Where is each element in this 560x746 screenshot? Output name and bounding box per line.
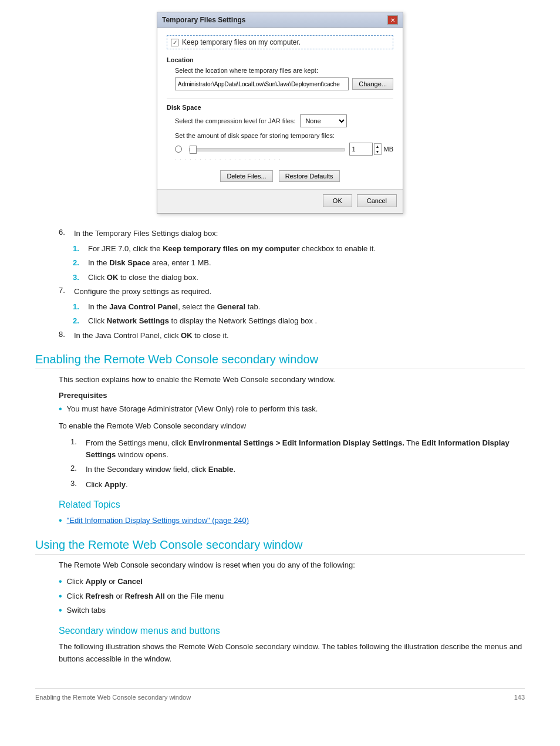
location-label: Location <box>167 56 393 63</box>
bullet-icon: • <box>59 403 62 415</box>
step8-text: In the Java Control Panel, click OK to c… <box>74 330 229 342</box>
step6-container: 6. In the Temporary Files Settings dialo… <box>59 228 525 283</box>
dialog-titlebar: Temporary Files Settings ✕ <box>157 12 403 28</box>
compression-label: Select the compression level for JAR fil… <box>175 117 295 124</box>
keep-temp-files-checkbox[interactable]: ✓ <box>171 39 178 46</box>
step8-row: 8. In the Java Control Panel, click OK t… <box>59 330 525 342</box>
step6-sub2: 2. In the Disk Space area, enter 1 MB. <box>73 257 525 269</box>
step6-substeps: 1. For JRE 7.0, click the Keep temporary… <box>73 243 525 283</box>
using-bullet-2: • Click Refresh or Refresh All on the Fi… <box>59 590 525 602</box>
spinner-container: 1 ▲ ▼ MB <box>349 143 393 156</box>
prerequisites-list: • You must have Storage Administrator (V… <box>59 403 525 415</box>
step7-container: 7. Configure the proxy settings as requi… <box>59 286 525 327</box>
page-number: 143 <box>514 694 525 701</box>
dialog-content: ✓ Keep temporary files on my computer. L… <box>157 28 403 189</box>
enabling-steps: 1. From the Settings menu, click Environ… <box>70 437 525 490</box>
dialog-title: Temporary Files Settings <box>162 16 245 24</box>
location-content: Select the location where temporary file… <box>167 67 393 90</box>
step6-num: 6. <box>59 228 69 239</box>
footer-left-text: Enabling the Remote Web Console secondar… <box>35 694 514 701</box>
using-bullets-list: • Click Apply or Cancel • Click Refresh … <box>59 576 525 616</box>
middle-buttons-row: Delete Files... Restore Defaults <box>167 170 393 182</box>
step7-sub2: 2. Click Network Settings to display the… <box>73 315 525 327</box>
compression-select[interactable]: None <box>300 114 347 127</box>
prerequisites-label: Prerequisites <box>59 391 525 400</box>
using-intro: The Remote Web Console secondary window … <box>59 559 525 572</box>
step8-num: 8. <box>59 330 69 342</box>
disk-unit-label: MB <box>384 146 394 153</box>
bullet-icon-3: • <box>59 576 62 588</box>
slider-dots: · · · · · · · · · · · · · · · · · · · · … <box>175 157 393 162</box>
change-button[interactable]: Change... <box>352 78 393 90</box>
enabling-heading: Enabling the Remote Web Console secondar… <box>35 353 525 369</box>
enabling-intro2: To enable the Remote Web Console seconda… <box>59 420 525 433</box>
slider-row: 1 ▲ ▼ MB <box>175 143 393 156</box>
dialog-box: Temporary Files Settings ✕ ✓ Keep tempor… <box>157 12 403 214</box>
step6-text: In the Temporary Files Settings dialog b… <box>74 228 218 239</box>
related-topics-list: • "Edit Information Display Settings win… <box>59 515 525 526</box>
spinner-arrows[interactable]: ▲ ▼ <box>374 143 382 155</box>
compression-row: Select the compression level for JAR fil… <box>175 114 393 127</box>
dialog-close-button[interactable]: ✕ <box>387 15 398 25</box>
using-bullet-3-text: Switch tabs <box>67 605 106 616</box>
step6-sub1-text: For JRE 7.0, click the Keep temporary fi… <box>88 243 376 255</box>
disk-space-content: Select the compression level for JAR fil… <box>167 114 393 162</box>
enabling-step3-num: 3. <box>70 479 81 491</box>
delete-files-button[interactable]: Delete Files... <box>220 170 272 182</box>
using-bullet-2-text: Click Refresh or Refresh All on the File… <box>67 590 224 602</box>
bullet-icon-5: • <box>59 605 62 616</box>
step6-sub1: 1. For JRE 7.0, click the Keep temporary… <box>73 243 525 255</box>
enabling-step3-row: 3. Click Apply. <box>70 479 525 491</box>
enabling-step3-text: Click Apply. <box>86 479 128 491</box>
step7-sub1: 1. In the Java Control Panel, select the… <box>73 301 525 313</box>
bullet-icon-4: • <box>59 590 62 602</box>
disk-value-input[interactable]: 1 <box>349 143 373 156</box>
step6-sub2-text: In the Disk Space area, enter 1 MB. <box>88 257 211 269</box>
slider-start-icon <box>175 146 182 153</box>
secondary-intro: The following illustration shows the Rem… <box>59 641 525 666</box>
related-topic-link-1[interactable]: "Edit Information Display Settings windo… <box>67 515 249 526</box>
enabling-step2-row: 2. In the Secondary window field, click … <box>70 464 525 475</box>
enabling-step2-text: In the Secondary window field, click Ena… <box>86 464 235 475</box>
keep-temp-files-label: Keep temporary files on my computer. <box>182 38 301 46</box>
location-path-input[interactable] <box>175 77 349 90</box>
step7-sub2-text: Click Network Settings to display the Ne… <box>88 315 317 327</box>
ok-button[interactable]: OK <box>323 194 352 207</box>
step7-sub1-text: In the Java Control Panel, select the Ge… <box>88 301 260 313</box>
related-topics-heading: Related Topics <box>59 499 525 510</box>
keep-temp-files-row[interactable]: ✓ Keep temporary files on my computer. <box>167 35 393 49</box>
disk-space-section: Disk Space Select the compression level … <box>167 104 393 162</box>
enabling-section: This section explains how to enable the … <box>59 374 525 526</box>
disk-space-slider[interactable] <box>189 148 345 151</box>
enabling-step2-num: 2. <box>70 464 81 475</box>
step6-sub3: 3. Click OK to close the dialog box. <box>73 272 525 283</box>
enabling-step1-row: 1. From the Settings menu, click Environ… <box>70 437 525 460</box>
main-content: 6. In the Temporary Files Settings dialo… <box>23 228 537 701</box>
enabling-intro: This section explains how to enable the … <box>59 374 525 386</box>
restore-defaults-button[interactable]: Restore Defaults <box>279 170 340 182</box>
using-bullet-1: • Click Apply or Cancel <box>59 576 525 588</box>
spinner-down-arrow[interactable]: ▼ <box>375 149 381 154</box>
related-topic-1: • "Edit Information Display Settings win… <box>59 515 525 526</box>
disk-space-desc: Set the amount of disk space for storing… <box>175 132 393 139</box>
step6-sub3-text: Click OK to close the dialog box. <box>88 272 198 283</box>
secondary-heading: Secondary window menus and buttons <box>59 626 525 636</box>
dialog-footer: OK Cancel <box>157 189 403 213</box>
cancel-button[interactable]: Cancel <box>357 194 397 207</box>
using-bullet-3: • Switch tabs <box>59 605 525 616</box>
enabling-step1-num: 1. <box>70 437 81 460</box>
step7-num: 7. <box>59 286 69 298</box>
step7-row: 7. Configure the proxy settings as requi… <box>59 286 525 298</box>
using-bullet-1-text: Click Apply or Cancel <box>67 576 143 588</box>
slider-thumb <box>190 146 197 154</box>
location-section: Location Select the location where tempo… <box>167 56 393 90</box>
step8-container: 8. In the Java Control Panel, click OK t… <box>59 330 525 342</box>
prereq-item-1: • You must have Storage Administrator (V… <box>59 403 525 415</box>
step7-text: Configure the proxy settings as required… <box>74 286 211 298</box>
location-desc: Select the location where temporary file… <box>175 67 393 74</box>
spinner-up-arrow[interactable]: ▲ <box>375 144 381 149</box>
prereq-text-1: You must have Storage Administrator (Vie… <box>67 403 318 415</box>
dialog-screenshot: Temporary Files Settings ✕ ✓ Keep tempor… <box>23 12 537 214</box>
bullet-icon-2: • <box>59 515 62 526</box>
close-icon: ✕ <box>390 17 395 23</box>
